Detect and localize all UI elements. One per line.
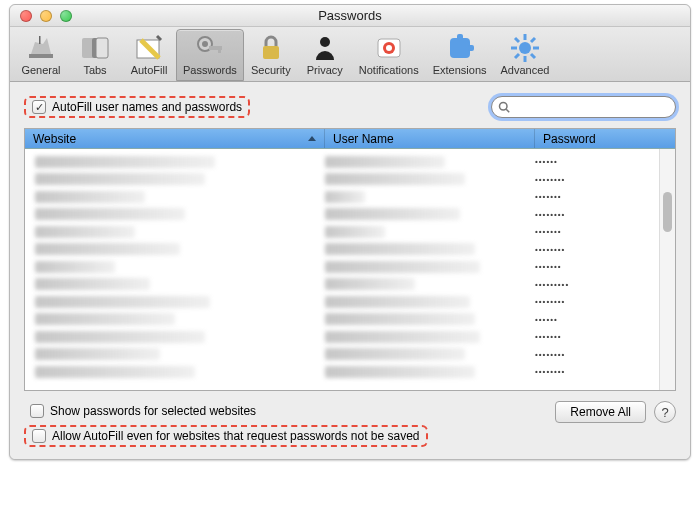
password-masked: •••••••: [535, 262, 659, 271]
checkbox-icon: [32, 429, 46, 443]
svg-line-26: [531, 38, 535, 42]
svg-line-25: [515, 54, 519, 58]
toolbar-item-autofill[interactable]: AutoFill: [122, 29, 176, 81]
toolbar-item-label: Privacy: [307, 64, 343, 76]
general-icon: [25, 32, 57, 64]
svg-rect-1: [39, 36, 41, 44]
svg-rect-16: [457, 34, 463, 40]
toolbar-item-label: AutoFill: [131, 64, 168, 76]
table-row[interactable]: ••••••••: [35, 346, 659, 364]
show-passwords-label: Show passwords for selected websites: [50, 404, 256, 418]
toolbar-item-label: Advanced: [501, 64, 550, 76]
svg-rect-17: [468, 45, 474, 51]
toolbar-item-label: Notifications: [359, 64, 419, 76]
toolbar-item-privacy[interactable]: Privacy: [298, 29, 352, 81]
column-header-username[interactable]: User Name: [325, 129, 535, 148]
toolbar-item-general[interactable]: General: [14, 29, 68, 81]
svg-line-23: [515, 38, 519, 42]
table-row[interactable]: ••••••: [35, 311, 659, 329]
notifications-icon: [373, 32, 405, 64]
privacy-icon: [309, 32, 341, 64]
window-title: Passwords: [10, 8, 690, 23]
toolbar-item-tabs[interactable]: Tabs: [68, 29, 122, 81]
vertical-scrollbar[interactable]: [659, 149, 675, 390]
toolbar-item-label: General: [21, 64, 60, 76]
password-masked: •••••••: [535, 227, 659, 236]
svg-line-28: [506, 109, 509, 112]
password-masked: ••••••••: [535, 297, 659, 306]
titlebar: Passwords: [10, 5, 690, 27]
table-row[interactable]: •••••••••: [35, 276, 659, 294]
table-row[interactable]: ••••••••: [35, 293, 659, 311]
password-masked: ••••••••: [535, 210, 659, 219]
svg-point-14: [386, 45, 392, 51]
table-row[interactable]: ••••••••: [35, 171, 659, 189]
password-masked: ••••••••: [535, 175, 659, 184]
toolbar-item-passwords[interactable]: Passwords: [176, 29, 244, 81]
table-row[interactable]: ••••••: [35, 153, 659, 171]
table-row[interactable]: •••••••: [35, 223, 659, 241]
remove-all-button[interactable]: Remove All: [555, 401, 646, 423]
password-masked: •••••••: [535, 192, 659, 201]
tabs-icon: [79, 32, 111, 64]
password-masked: ••••••••: [535, 350, 659, 359]
password-masked: ••••••: [535, 157, 659, 166]
svg-rect-10: [263, 46, 279, 59]
autofill-usernames-passwords-checkbox[interactable]: AutoFill user names and passwords: [24, 96, 250, 118]
table-row[interactable]: ••••••••: [35, 241, 659, 259]
svg-point-27: [500, 103, 508, 111]
toolbar-item-label: Passwords: [183, 64, 237, 76]
extensions-icon: [444, 32, 476, 64]
scrollbar-thumb[interactable]: [663, 192, 672, 232]
preferences-window: Passwords GeneralTabsAutoFillPasswordsSe…: [9, 4, 691, 460]
sort-asc-icon: [308, 136, 316, 141]
autofill-label: AutoFill user names and passwords: [52, 100, 242, 114]
password-masked: ••••••••: [535, 245, 659, 254]
column-header-password[interactable]: Password: [535, 129, 675, 148]
table-row[interactable]: ••••••••: [35, 363, 659, 381]
toolbar-item-notifications[interactable]: Notifications: [352, 29, 426, 81]
password-masked: •••••••: [535, 332, 659, 341]
toolbar-item-label: Security: [251, 64, 291, 76]
password-masked: ••••••: [535, 315, 659, 324]
show-passwords-checkbox[interactable]: Show passwords for selected websites: [24, 401, 428, 421]
svg-point-7: [202, 41, 208, 47]
allow-autofill-override-checkbox[interactable]: Allow AutoFill even for websites that re…: [32, 429, 420, 443]
search-input[interactable]: [514, 100, 669, 114]
toolbar-item-extensions[interactable]: Extensions: [426, 29, 494, 81]
svg-point-11: [320, 37, 330, 47]
help-button[interactable]: ?: [654, 401, 676, 423]
allow-autofill-label: Allow AutoFill even for websites that re…: [52, 429, 420, 443]
toolbar-item-advanced[interactable]: Advanced: [494, 29, 557, 81]
svg-line-24: [531, 54, 535, 58]
preferences-toolbar: GeneralTabsAutoFillPasswordsSecurityPriv…: [10, 27, 690, 82]
passwords-table: Website User Name Password •••••••••••••…: [24, 128, 676, 391]
toolbar-item-label: Extensions: [433, 64, 487, 76]
security-icon: [255, 32, 287, 64]
column-header-website[interactable]: Website: [25, 129, 325, 148]
password-masked: •••••••••: [535, 280, 659, 289]
table-row[interactable]: •••••••: [35, 188, 659, 206]
autofill-icon: [133, 32, 165, 64]
svg-rect-9: [218, 46, 221, 53]
advanced-icon: [509, 32, 541, 64]
table-row[interactable]: •••••••: [35, 258, 659, 276]
table-row[interactable]: •••••••: [35, 328, 659, 346]
svg-rect-15: [450, 38, 470, 58]
search-field[interactable]: [491, 96, 676, 118]
password-masked: ••••••••: [535, 367, 659, 376]
toolbar-item-label: Tabs: [83, 64, 106, 76]
passwords-icon: [194, 32, 226, 64]
toolbar-item-security[interactable]: Security: [244, 29, 298, 81]
svg-rect-4: [96, 38, 108, 58]
checkbox-icon: [30, 404, 44, 418]
table-row[interactable]: ••••••••: [35, 206, 659, 224]
svg-point-18: [519, 42, 531, 54]
svg-rect-0: [29, 54, 53, 58]
search-icon: [498, 101, 510, 113]
checkbox-icon: [32, 100, 46, 114]
